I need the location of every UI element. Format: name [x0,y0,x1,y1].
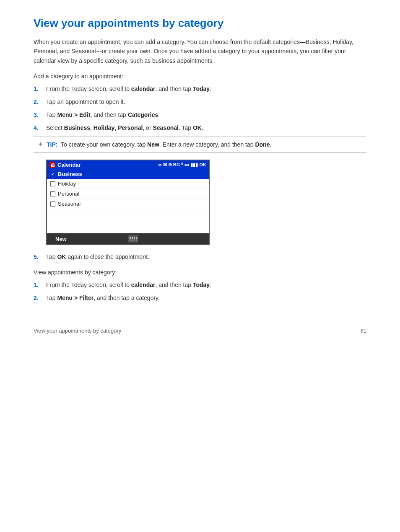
step-3-num: 3. [34,111,46,119]
footer-left: View your appointments by category [34,328,121,334]
calendar-app-icon: 📅 [49,162,55,168]
view-step-2-num: 2. [34,294,46,302]
footer-page-number: 61 [361,328,366,334]
device-row-seasonal-label: Seasonal [58,201,81,207]
checkbox-personal [50,191,55,196]
step-5: 5. Tap OK again to close the appointment… [34,253,366,261]
tip-text: To create your own category, tap New. En… [61,141,271,148]
step-1-text: From the Today screen, scroll to calenda… [46,85,211,93]
step-3-text: Tap Menu > Edit, and then tap Categories… [46,111,160,119]
device-row-business-label: Business [58,171,82,177]
step-1-num: 1. [34,85,46,93]
step-1: 1. From the Today screen, scroll to cale… [34,85,366,93]
device-row-holiday-label: Holiday [58,181,76,187]
step-4-text: Select Business, Holiday, Personal, or S… [46,124,203,132]
step-5-text: Tap OK again to close the appointment. [46,253,149,261]
checkbox-seasonal [50,201,55,207]
device-row-seasonal[interactable]: Seasonal [47,199,209,209]
steps-add-list: 1. From the Today screen, scroll to cale… [34,85,366,132]
device-screenshot: 📅 Calendar ∞ ✉ ⊕ BG ⁵ ◂◂ ▮▮▮ OK ✓ Busine… [46,160,210,245]
view-step-1: 1. From the Today screen, scroll to cale… [34,281,366,289]
step-2-text: Tap an appointment to open it. [46,98,125,106]
step-4: 4. Select Business, Holiday, Personal, o… [34,124,366,132]
device-new-button[interactable]: New [55,236,67,242]
device-row-personal[interactable]: Personal [47,189,209,199]
steps-view-list: 1. From the Today screen, scroll to cale… [34,281,366,302]
add-category-label: Add a category to an appointment: [34,73,366,80]
checkbox-business: ✓ [50,172,55,177]
step-5-list: 5. Tap OK again to close the appointment… [34,253,366,261]
status-icons: ∞ ✉ ⊕ BG ⁵ ◂◂ ▮▮▮ OK [158,162,206,168]
keyboard-icon [128,235,138,243]
tip-icon: ✦ [38,140,43,148]
checkbox-holiday [50,181,55,186]
step-3: 3. Tap Menu > Edit, and then tap Categor… [34,111,366,119]
device-row-personal-label: Personal [58,191,79,197]
tip-box: ✦ TIP: To create your own category, tap … [34,137,366,153]
device-titlebar-left: 📅 Calendar [49,162,81,168]
view-step-1-text: From the Today screen, scroll to calenda… [46,281,211,289]
tip-label: TIP: [47,141,57,148]
device-bottombar: New [47,233,209,244]
device-statusbar: ∞ ✉ ⊕ BG ⁵ ◂◂ ▮▮▮ OK [158,162,206,168]
view-step-2-text: Tap Menu > Filter, and then tap a catego… [46,294,160,302]
step-5-num: 5. [34,253,46,261]
intro-paragraph: When you create an appointment, you can … [34,37,366,65]
device-body: Holiday Personal Seasonal [47,179,209,233]
step-2-num: 2. [34,98,46,106]
step-2: 2. Tap an appointment to open it. [34,98,366,106]
device-titlebar: 📅 Calendar ∞ ✉ ⊕ BG ⁵ ◂◂ ▮▮▮ OK [47,160,209,169]
device-row-holiday[interactable]: Holiday [47,179,209,189]
view-category-label: View appointments by category: [34,269,366,276]
page-footer: View your appointments by category 61 [34,328,366,334]
view-step-2: 2. Tap Menu > Filter, and then tap a cat… [34,294,366,302]
device-row-business[interactable]: ✓ Business [47,169,209,179]
page-title: View your appointments by category [34,17,366,30]
view-step-1-num: 1. [34,281,46,289]
step-4-num: 4. [34,124,46,132]
device-titlebar-title: Calendar [57,162,81,168]
